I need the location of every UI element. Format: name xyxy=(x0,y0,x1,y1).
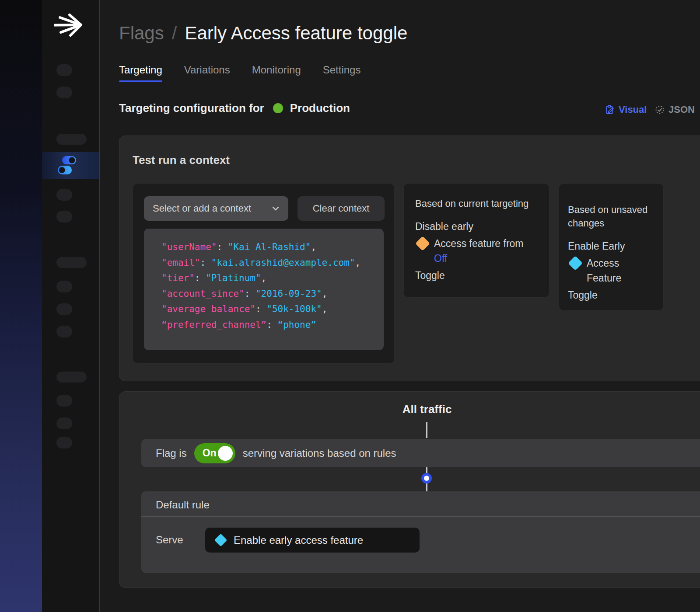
variation-off-link[interactable]: Off xyxy=(434,253,447,264)
variation-cyan-diamond-icon xyxy=(214,534,228,547)
test-run-context-card: Test run a context Select or add a conte… xyxy=(119,136,700,381)
flag-status-row: Flag is On serving variations based on r… xyxy=(141,439,700,467)
breadcrumb-separator: / xyxy=(172,23,177,44)
code-line: “preferred_channel”: “phone” xyxy=(161,317,384,333)
skeleton-pill xyxy=(56,64,72,76)
code-line: "userName": "Kai Al-Rashid", xyxy=(161,240,384,255)
current-targeting-title: Based on current targeting xyxy=(415,197,539,210)
current-targeting-result-panel: Based on current targeting Disable early… xyxy=(403,183,550,298)
default-rule-title: Default rule xyxy=(156,499,210,511)
serve-variation-select[interactable]: Enable early access feature xyxy=(205,528,420,553)
app-logo-arrow-icon[interactable] xyxy=(54,12,83,39)
toggle-on-label: On xyxy=(203,447,217,459)
clipboard-pencil-icon xyxy=(605,105,615,115)
current-tail-text: Toggle xyxy=(415,268,539,283)
page-title: Early Access feature toggle xyxy=(185,23,407,44)
sidebar xyxy=(42,0,100,612)
breadcrumb: Flags / Early Access feature toggle xyxy=(119,23,407,44)
variation-cyan-diamond-icon xyxy=(568,256,583,271)
serve-variation-label: Enable early access feature xyxy=(234,534,363,546)
skeleton-pill xyxy=(56,134,87,145)
tab-targeting[interactable]: Targeting xyxy=(119,64,162,82)
test-card-title: Test run a context xyxy=(133,153,230,167)
all-traffic-card: All traffic Flag is On serving variation… xyxy=(119,391,700,588)
unsaved-changes-title: Based on unsaved changes xyxy=(568,203,655,230)
context-editor-panel: Select or add a context Clear context "u… xyxy=(133,183,395,364)
unsaved-action-text: Enable Early xyxy=(568,239,655,254)
json-label: JSON xyxy=(668,104,695,115)
breadcrumb-flags-link[interactable]: Flags xyxy=(119,23,164,44)
skeleton-pill xyxy=(56,281,72,292)
clear-context-button[interactable]: Clear context xyxy=(298,196,385,221)
background-gradient-strip xyxy=(0,0,42,612)
skeleton-pill xyxy=(56,303,72,315)
flow-connector-line xyxy=(426,422,427,438)
visual-view-button[interactable]: Visual xyxy=(605,104,647,115)
skeleton-pill xyxy=(56,437,72,449)
targeting-config-header: Targeting configuration for Production xyxy=(119,101,350,115)
all-traffic-title: All traffic xyxy=(383,403,471,416)
environment-name: Production xyxy=(290,101,350,115)
visual-label: Visual xyxy=(619,104,647,115)
check-circle-icon xyxy=(655,105,665,115)
flag-is-label: Flag is xyxy=(156,447,187,459)
unsaved-tail-text: Toggle xyxy=(568,288,655,303)
skeleton-pill xyxy=(56,211,72,223)
clear-context-label: Clear context xyxy=(313,203,370,214)
code-line: "email": "kai.alrashid@example.com", xyxy=(161,255,384,271)
current-feature-text: Access feature from Off xyxy=(434,236,539,266)
current-action-text: Disable early xyxy=(415,219,539,234)
skeleton-pill xyxy=(56,395,72,407)
variation-orange-diamond-icon xyxy=(415,236,430,251)
skeleton-pill xyxy=(56,189,72,201)
skeleton-pill xyxy=(56,257,87,268)
serve-label: Serve xyxy=(156,534,183,546)
app-window: Flags / Early Access feature toggle Targ… xyxy=(0,0,700,612)
toggle-knob xyxy=(218,446,233,461)
tab-settings[interactable]: Settings xyxy=(323,64,361,82)
context-select-label: Select or add a context xyxy=(153,203,251,214)
flag-tabs: Targeting Variations Monitoring Settings xyxy=(119,64,360,82)
unsaved-feature-text: Access Feature xyxy=(587,256,655,285)
serving-variations-label: serving variations based on rules xyxy=(243,447,396,459)
code-line: "tier": "Platinum", xyxy=(161,271,384,286)
environment-dot-icon xyxy=(273,103,283,113)
tab-variations[interactable]: Variations xyxy=(184,64,230,82)
sidebar-item-flags-active[interactable] xyxy=(42,152,99,179)
tab-monitoring[interactable]: Monitoring xyxy=(252,64,301,82)
skeleton-pill xyxy=(56,417,72,429)
skeleton-pill xyxy=(56,372,87,382)
rule-divider xyxy=(141,516,700,517)
unsaved-changes-result-panel: Based on unsaved changes Enable Early Ac… xyxy=(559,183,664,311)
targeting-config-label: Targeting configuration for xyxy=(119,101,264,115)
default-rule-section: Default rule Serve Enable early access f… xyxy=(141,491,700,573)
skeleton-pill xyxy=(56,326,72,337)
code-line: "account_since": "2016-09-23", xyxy=(161,286,384,302)
context-json-editor[interactable]: "userName": "Kai Al-Rashid", "email": "k… xyxy=(144,229,384,350)
flag-on-toggle[interactable]: On xyxy=(194,443,235,463)
skeleton-pill xyxy=(56,87,72,98)
context-select-dropdown[interactable]: Select or add a context xyxy=(144,196,288,221)
chevron-down-icon xyxy=(271,204,280,213)
toggles-icon xyxy=(57,155,77,175)
flow-connector-dot xyxy=(421,473,432,483)
code-line: "average_balance": "50k-100k", xyxy=(161,302,384,317)
json-view-button[interactable]: JSON xyxy=(655,104,695,115)
